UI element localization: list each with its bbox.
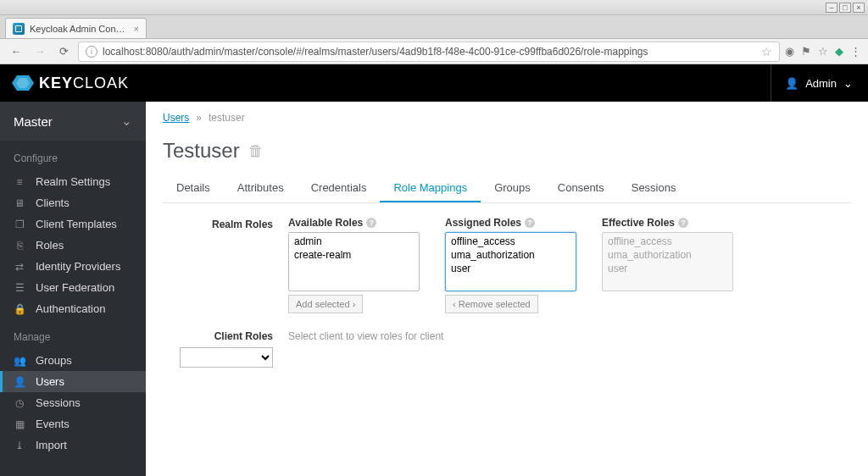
- assigned-roles-select[interactable]: offline_accessuma_authorizationuser: [445, 232, 576, 291]
- sidebar-item-label: Roles: [36, 239, 64, 252]
- role-option[interactable]: uma_authorization: [604, 248, 731, 262]
- effective-roles-box: Effective Roles ? offline_accessuma_auth…: [602, 217, 733, 313]
- sidebar-item-label: User Federation: [36, 281, 114, 294]
- sidebar-item-users[interactable]: 👤Users: [0, 371, 146, 392]
- help-icon[interactable]: ?: [678, 218, 688, 228]
- browser-tab-title: Keycloak Admin Con…: [30, 24, 125, 34]
- sidebar-item-import[interactable]: ⤓Import: [0, 434, 146, 456]
- sidebar-item-realm-settings[interactable]: ≡Realm Settings: [0, 171, 146, 192]
- role-option[interactable]: offline_access: [448, 235, 574, 248]
- tab-sessions[interactable]: Sessions: [618, 174, 690, 202]
- user-menu[interactable]: 👤 Admin ⌄: [771, 64, 853, 102]
- role-option[interactable]: uma_authorization: [448, 248, 574, 262]
- desktop-icon: 🖥: [14, 197, 25, 209]
- nav-back-button[interactable]: ←: [7, 42, 25, 61]
- breadcrumb-current: testuser: [209, 112, 245, 124]
- chevron-down-icon: ⌄: [843, 77, 853, 90]
- realm-roles-label: Realm Roles: [163, 217, 273, 313]
- sidebar-item-groups[interactable]: 👥Groups: [0, 350, 146, 371]
- brand-text: KEYCLOAK: [39, 75, 129, 92]
- tab-credentials[interactable]: Credentials: [298, 174, 381, 202]
- favicon-icon: [13, 23, 25, 35]
- sidebar-item-client-templates[interactable]: ❐Client Templates: [0, 213, 146, 235]
- help-icon[interactable]: ?: [366, 218, 376, 228]
- sidebar-item-sessions[interactable]: ◷Sessions: [0, 392, 146, 413]
- sidebar-item-user-federation[interactable]: ☰User Federation: [0, 277, 146, 298]
- sidebar-item-label: Client Templates: [36, 218, 117, 230]
- group-icon: 👥: [14, 355, 25, 367]
- sidebar-item-clients[interactable]: 🖥Clients: [0, 192, 146, 213]
- sidebar-item-label: Events: [36, 418, 70, 430]
- clock-icon: ◷: [14, 397, 25, 409]
- role-option[interactable]: user: [448, 262, 574, 275]
- nav-forward-button[interactable]: →: [31, 42, 49, 61]
- assigned-roles-box: Assigned Roles ? offline_accessuma_autho…: [445, 217, 576, 313]
- extension-icon[interactable]: ⚑: [801, 45, 811, 58]
- remove-selected-button[interactable]: ‹ Remove selected: [445, 295, 538, 313]
- role-option[interactable]: offline_access: [604, 235, 731, 248]
- sidebar-item-roles[interactable]: ⎘Roles: [0, 235, 146, 256]
- tab-attributes[interactable]: Attributes: [224, 174, 298, 202]
- nav-reload-button[interactable]: ⟳: [54, 42, 73, 61]
- import-icon: ⤓: [14, 440, 25, 451]
- tab-close-icon[interactable]: ×: [134, 24, 139, 34]
- available-roles-label: Available Roles: [288, 217, 363, 229]
- sidebar-item-label: Identity Providers: [36, 260, 120, 273]
- sidebar-item-events[interactable]: ▦Events: [0, 413, 146, 434]
- database-icon: ☰: [14, 282, 25, 294]
- logo-icon: [12, 72, 34, 94]
- available-roles-select[interactable]: admincreate-realm: [288, 232, 420, 291]
- role-option[interactable]: admin: [291, 235, 417, 248]
- lock-icon: 🔒: [14, 303, 25, 315]
- window-maximize-button[interactable]: □: [839, 3, 851, 13]
- browser-toolbar: ← → ⟳ i localhost:8080/auth/admin/master…: [0, 39, 868, 64]
- puzzle-icon: ❐: [14, 219, 25, 230]
- tab-consents[interactable]: Consents: [544, 174, 618, 202]
- sidebar-section-configure: Configure: [0, 141, 146, 171]
- role-mappings-form: Realm Roles Available Roles ? admincreat…: [163, 203, 851, 368]
- browser-menu-icon[interactable]: ⋮: [850, 45, 861, 58]
- bookmark-icon[interactable]: ☆: [761, 45, 772, 58]
- window-close-button[interactable]: ×: [853, 3, 865, 13]
- sidebar-item-authentication[interactable]: 🔒Authentication: [0, 298, 146, 319]
- client-select[interactable]: [180, 347, 273, 368]
- sidebar-item-label: Groups: [36, 354, 72, 367]
- tab-groups[interactable]: Groups: [481, 174, 544, 202]
- tab-role-mappings[interactable]: Role Mappings: [380, 174, 481, 202]
- breadcrumb-root[interactable]: Users: [163, 112, 189, 124]
- address-bar[interactable]: i localhost:8080/auth/admin/master/conso…: [78, 42, 780, 62]
- effective-roles-select: offline_accessuma_authorizationuser: [602, 232, 733, 291]
- chevron-down-icon: ⌄: [121, 113, 132, 129]
- page-title-text: Testuser: [163, 139, 240, 163]
- sidebar-item-label: Clients: [36, 196, 70, 209]
- browser-tab[interactable]: Keycloak Admin Con… ×: [5, 18, 147, 38]
- extension-icon-3[interactable]: ◆: [835, 45, 843, 58]
- available-roles-box: Available Roles ? admincreate-realm Add …: [288, 217, 420, 313]
- realm-selector[interactable]: Master ⌄: [0, 102, 146, 141]
- user-icon: 👤: [14, 376, 25, 388]
- app-header: KEYCLOAK 👤 Admin ⌄: [0, 64, 868, 102]
- delete-icon[interactable]: 🗑: [248, 142, 264, 160]
- role-option[interactable]: create-realm: [291, 248, 417, 262]
- effective-roles-label: Effective Roles: [602, 217, 675, 229]
- sidebar-item-label: Sessions: [36, 396, 81, 409]
- role-option[interactable]: user: [604, 262, 731, 275]
- tag-icon: ⎘: [14, 240, 25, 252]
- calendar-icon: ▦: [14, 418, 25, 430]
- help-icon[interactable]: ?: [525, 218, 535, 228]
- main-content: Users » testuser Testuser 🗑 DetailsAttri…: [146, 102, 868, 476]
- url-text: localhost:8080/auth/admin/master/console…: [103, 46, 756, 58]
- exchange-icon: ⇄: [14, 261, 25, 273]
- extension-icon-2[interactable]: ☆: [818, 45, 828, 58]
- add-selected-button[interactable]: Add selected ›: [288, 295, 363, 313]
- profile-icon[interactable]: ◉: [785, 45, 794, 58]
- content-tabs: DetailsAttributesCredentialsRole Mapping…: [163, 174, 851, 203]
- sidebar-item-identity-providers[interactable]: ⇄Identity Providers: [0, 256, 146, 277]
- tab-details[interactable]: Details: [163, 174, 224, 202]
- os-titlebar: – □ ×: [0, 0, 868, 15]
- extension-icons: ◉ ⚑ ☆ ◆ ⋮: [785, 45, 861, 58]
- breadcrumb: Users » testuser: [163, 112, 851, 124]
- brand-logo[interactable]: KEYCLOAK: [12, 72, 129, 94]
- window-minimize-button[interactable]: –: [826, 3, 837, 13]
- site-info-icon[interactable]: i: [86, 46, 97, 58]
